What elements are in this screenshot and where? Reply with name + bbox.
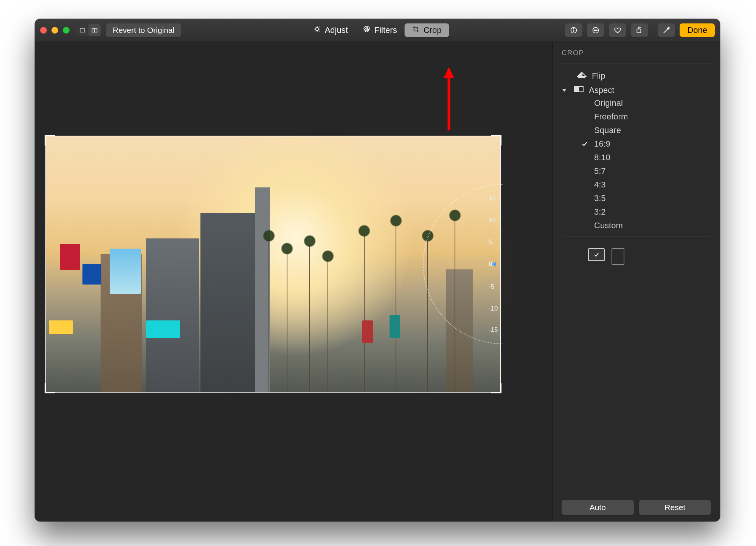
svg-marker-27 bbox=[582, 73, 586, 76]
aspect-option-label: 8:10 bbox=[594, 153, 610, 162]
svg-marker-28 bbox=[562, 89, 566, 92]
photos-edit-window: Revert to Original Adjust Filters Crop bbox=[35, 19, 720, 521]
wheel-tick: -15 bbox=[489, 326, 498, 334]
crop-icon bbox=[412, 25, 420, 35]
crop-handle-top-right[interactable] bbox=[491, 135, 501, 145]
svg-point-3 bbox=[315, 28, 318, 31]
view-mode-single-icon[interactable] bbox=[76, 24, 88, 36]
wheel-tick: -5 bbox=[489, 283, 494, 291]
tab-adjust[interactable]: Adjust bbox=[306, 23, 355, 37]
aspect-option-original[interactable]: Original bbox=[581, 97, 711, 109]
aspect-option-label: 16:9 bbox=[594, 139, 610, 149]
aspect-option-3-2[interactable]: 3:2 bbox=[581, 206, 711, 218]
flip-icon bbox=[577, 71, 587, 81]
auto-button[interactable]: Auto bbox=[562, 500, 634, 515]
rotate-button[interactable] bbox=[631, 23, 648, 37]
aspect-options-list: Original Freeform Square 16:9 8:10 5:7 4… bbox=[562, 97, 711, 231]
favorite-button[interactable] bbox=[609, 23, 626, 37]
checkmark-icon bbox=[581, 141, 589, 147]
svg-marker-23 bbox=[492, 261, 496, 267]
svg-point-19 bbox=[594, 30, 595, 31]
crop-sidebar: CROP Flip bbox=[552, 42, 720, 521]
svg-rect-22 bbox=[637, 29, 641, 33]
aspect-option-4-3[interactable]: 4:3 bbox=[581, 179, 711, 190]
crop-handle-bottom-right[interactable] bbox=[491, 383, 501, 393]
toolbar-divider bbox=[653, 25, 653, 35]
aspect-option-label: Square bbox=[594, 125, 621, 135]
svg-line-8 bbox=[315, 27, 315, 28]
orientation-toggle bbox=[562, 242, 711, 265]
svg-point-20 bbox=[595, 30, 596, 31]
tab-crop-label: Crop bbox=[424, 25, 442, 35]
flip-row[interactable]: Flip bbox=[562, 69, 711, 83]
svg-rect-29 bbox=[574, 87, 578, 92]
auto-enhance-button[interactable] bbox=[658, 23, 675, 37]
aspect-option-16-9[interactable]: 16:9 bbox=[581, 138, 711, 150]
info-button[interactable] bbox=[565, 23, 582, 37]
close-window-button[interactable] bbox=[40, 27, 47, 34]
aspect-option-freeform[interactable]: Freeform bbox=[581, 111, 711, 122]
aspect-option-label: 5:7 bbox=[594, 166, 606, 176]
editor-body: 15 10 5 0 -5 -10 -15 bbox=[35, 42, 720, 521]
flip-label: Flip bbox=[592, 71, 605, 81]
aspect-option-3-5[interactable]: 3:5 bbox=[581, 193, 711, 204]
svg-line-11 bbox=[319, 27, 320, 28]
aspect-option-square[interactable]: Square bbox=[581, 125, 711, 136]
svg-rect-0 bbox=[80, 28, 85, 32]
aspect-option-label: 3:5 bbox=[594, 193, 606, 203]
aspect-option-label: 4:3 bbox=[594, 180, 606, 190]
orientation-portrait-button[interactable] bbox=[612, 248, 624, 265]
svg-line-9 bbox=[319, 31, 320, 32]
svg-line-10 bbox=[315, 31, 315, 32]
wheel-tick: 10 bbox=[489, 217, 496, 224]
crop-handle-top-left[interactable] bbox=[45, 135, 55, 145]
filters-icon bbox=[363, 25, 371, 35]
svg-rect-1 bbox=[92, 28, 95, 32]
divider bbox=[562, 237, 711, 237]
aspect-option-label: Freeform bbox=[594, 112, 628, 122]
aspect-option-custom[interactable]: Custom bbox=[581, 220, 711, 231]
more-button[interactable] bbox=[587, 23, 604, 37]
tab-filters-label: Filters bbox=[374, 25, 397, 35]
orientation-landscape-button[interactable] bbox=[588, 248, 605, 261]
view-mode-split-icon[interactable] bbox=[88, 24, 101, 36]
canvas-area[interactable]: 15 10 5 0 -5 -10 -15 bbox=[35, 42, 552, 521]
view-mode-segment[interactable] bbox=[76, 24, 101, 36]
sidebar-footer: Auto Reset bbox=[562, 500, 711, 515]
wheel-tick: 15 bbox=[489, 195, 496, 202]
svg-rect-30 bbox=[579, 87, 583, 92]
window-controls bbox=[40, 27, 70, 34]
annotation-arrow-icon bbox=[441, 67, 456, 133]
wheel-tick: 5 bbox=[489, 238, 492, 246]
crop-handle-bottom-left[interactable] bbox=[45, 383, 55, 393]
wheel-tick: -10 bbox=[489, 305, 498, 312]
revert-to-original-button[interactable]: Revert to Original bbox=[106, 23, 181, 37]
titlebar: Revert to Original Adjust Filters Crop bbox=[35, 19, 720, 42]
svg-rect-2 bbox=[95, 28, 97, 32]
tab-filters[interactable]: Filters bbox=[355, 23, 405, 37]
aspect-option-label: Original bbox=[594, 98, 623, 108]
wheel-indicator-icon bbox=[492, 261, 497, 267]
aspect-option-8-10[interactable]: 8:10 bbox=[581, 152, 711, 163]
aspect-label: Aspect bbox=[589, 85, 614, 95]
crop-frame[interactable]: 15 10 5 0 -5 -10 -15 bbox=[46, 136, 500, 392]
tab-crop[interactable]: Crop bbox=[405, 23, 449, 37]
disclosure-down-icon bbox=[562, 88, 568, 93]
maximize-window-button[interactable] bbox=[63, 27, 70, 34]
aspect-option-label: 3:2 bbox=[594, 207, 606, 217]
reset-button[interactable]: Reset bbox=[639, 500, 711, 515]
minimize-window-button[interactable] bbox=[51, 27, 58, 34]
aspect-row[interactable]: Aspect bbox=[562, 83, 711, 97]
done-button[interactable]: Done bbox=[680, 23, 715, 37]
edit-tabs: Adjust Filters Crop bbox=[306, 23, 449, 37]
aspect-icon bbox=[574, 85, 584, 95]
divider bbox=[562, 63, 711, 63]
svg-marker-26 bbox=[577, 73, 581, 76]
tab-adjust-label: Adjust bbox=[325, 25, 348, 35]
adjust-icon bbox=[314, 25, 321, 35]
aspect-option-label: Custom bbox=[594, 221, 623, 230]
aspect-option-5-7[interactable]: 5:7 bbox=[581, 166, 711, 177]
toolbar-right: Done bbox=[565, 23, 715, 37]
svg-point-21 bbox=[597, 30, 598, 31]
sidebar-section-title: CROP bbox=[562, 49, 711, 57]
